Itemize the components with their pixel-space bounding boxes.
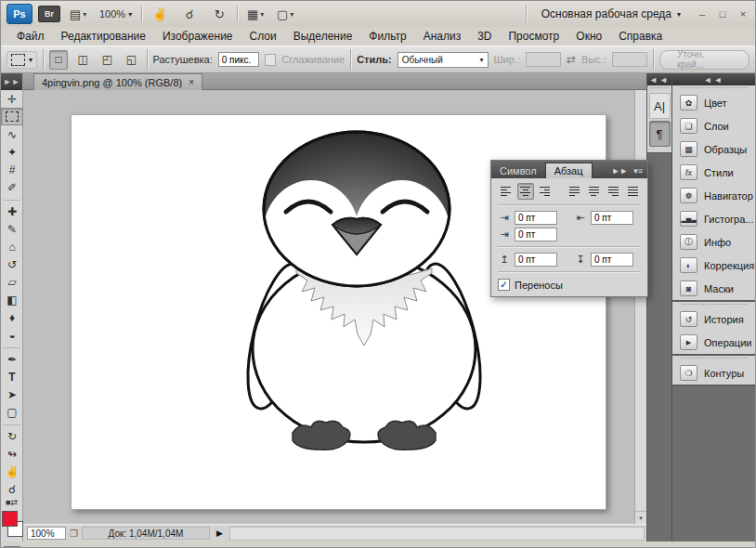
close-tab-icon[interactable]: × (189, 77, 194, 87)
foreground-color-swatch[interactable] (2, 511, 18, 527)
brush-tool[interactable]: ✎ (1, 220, 23, 238)
swap-colors-icon[interactable]: ■⇄ (1, 498, 22, 509)
crop-tool[interactable]: # (1, 161, 23, 178)
eraser-tool[interactable]: ▱ (1, 273, 23, 291)
rotate-view-button[interactable]: ↻ (207, 6, 231, 22)
tools-panel-collapse-header[interactable]: ►► (1, 73, 22, 90)
panel-button-adjustments[interactable]: ◐Коррекция (672, 254, 755, 277)
close-button[interactable]: × (736, 8, 749, 20)
quick-selection-tool[interactable]: ✦ (1, 143, 23, 161)
justify-last-left-button[interactable] (566, 183, 582, 200)
justify-last-center-button[interactable] (585, 183, 602, 200)
panel-button-history[interactable]: ↺История (672, 307, 755, 331)
3d-orbit-tool[interactable]: ↬ (1, 445, 23, 463)
selection-mode-add-button[interactable]: ◫ (73, 50, 92, 70)
panel-label: Гистогра... (704, 214, 753, 225)
style-dropdown[interactable]: Обычный ▾ (398, 52, 489, 68)
menu-view[interactable]: Просмотр (500, 28, 567, 45)
gradient-tool[interactable]: ◧ (1, 291, 23, 308)
selection-mode-new-button[interactable]: □ (49, 50, 68, 70)
selection-mode-intersect-button[interactable]: ◱ (122, 50, 140, 70)
tool-preset-picker[interactable]: ▾ (7, 51, 37, 69)
menu-edit[interactable]: Редактирование (53, 28, 154, 45)
justify-all-button[interactable] (624, 183, 641, 200)
indent-first-line-input[interactable] (515, 228, 557, 241)
panel-button-navigator[interactable]: ☸Навигатор (672, 184, 755, 207)
align-right-button[interactable] (537, 183, 554, 200)
path-selection-tool[interactable]: ➤ (1, 385, 23, 403)
blur-tool[interactable]: ♦ (1, 308, 23, 326)
panel-button-info[interactable]: ⓘИнфо (672, 230, 755, 254)
rectangular-marquee-tool[interactable] (1, 108, 23, 125)
menu-file[interactable]: Файл (8, 28, 53, 45)
panel-menu-icon[interactable]: ▾≡ (633, 166, 643, 176)
dock-collapse-header[interactable]: ◄◄ (672, 73, 755, 85)
bridge-button[interactable]: Br (38, 6, 60, 22)
workspace-switcher[interactable]: Основная рабочая среда ▾ (536, 6, 686, 22)
clone-stamp-tool[interactable]: ⌂ (1, 238, 23, 255)
feather-input[interactable] (218, 52, 259, 67)
menu-3d[interactable]: 3D (469, 28, 500, 45)
zoom-tool[interactable]: ☌ (1, 480, 23, 498)
indent-left-input[interactable] (515, 211, 557, 225)
menu-window[interactable]: Окно (567, 28, 610, 45)
canvas-area[interactable] (23, 90, 634, 524)
align-left-button[interactable] (498, 183, 515, 200)
type-tool[interactable]: T (1, 368, 23, 385)
menu-bar: Файл Редактирование Изображение Слои Выд… (1, 27, 755, 46)
indent-right-input[interactable] (591, 211, 633, 225)
document-size-info[interactable]: Док: 1,04М/1,04М (82, 527, 210, 540)
minimize-button[interactable]: – (696, 8, 709, 20)
paragraph-panel-button[interactable]: ¶ (649, 121, 671, 147)
space-after-input[interactable] (591, 253, 633, 267)
justify-last-right-button[interactable] (605, 183, 621, 200)
screen-mode-button[interactable]: ▢ ▾ (273, 6, 297, 22)
hand-tool-button[interactable]: ✌ (148, 6, 172, 22)
panel-button-styles[interactable]: fxСтили (672, 161, 755, 184)
lasso-tool[interactable]: ∿ (1, 125, 23, 143)
pen-tool[interactable]: ✒ (1, 350, 23, 368)
horizontal-scrollbar[interactable] (229, 527, 645, 541)
tab-character[interactable]: Символ (491, 163, 545, 178)
view-extras-button[interactable]: ▤ ▾ (66, 6, 90, 22)
menu-image[interactable]: Изображение (154, 28, 241, 45)
document-tab[interactable]: 4pingvin.png @ 100% (RGB/8) × (33, 73, 202, 90)
menu-help[interactable]: Справка (610, 28, 671, 45)
zoom-tool-button[interactable]: ☌ (177, 6, 202, 22)
healing-brush-tool[interactable]: ✚ (1, 202, 23, 220)
panel-button-histogram[interactable]: ▂▅▃Гистогра... (672, 207, 755, 230)
character-panel-button[interactable]: A| (649, 93, 671, 119)
panel-button-paths[interactable]: ❍Контуры (672, 361, 755, 385)
3d-rotate-tool[interactable]: ↻ (1, 427, 23, 445)
arrange-documents-button[interactable]: ▦ ▾ (243, 6, 267, 22)
panel-button-swatches[interactable]: ▦Образцы (672, 137, 755, 161)
strip-collapse-header[interactable]: ◄◄ (647, 73, 671, 85)
menu-filter[interactable]: Фильтр (360, 28, 414, 45)
panel-button-layers[interactable]: ❏Слои (672, 114, 755, 137)
selection-mode-subtract-button[interactable]: ◰ (98, 50, 116, 70)
panel-button-actions[interactable]: ▶Операции (672, 331, 755, 354)
move-tool[interactable]: ✛ (1, 90, 23, 108)
scroll-down-icon[interactable]: ▾ (635, 511, 646, 524)
menu-select[interactable]: Выделение (285, 28, 361, 45)
vertical-scrollbar[interactable]: ▾ (634, 90, 646, 524)
application-bar: Ps Br ▤ ▾ 100% ▾ ✌ ☌ ↻ ▦ ▾ ▢ ▾ Основная … (1, 1, 755, 27)
maximize-button[interactable]: □ (716, 8, 729, 20)
panel-button-color[interactable]: ✿Цвет (672, 91, 755, 114)
hyphenate-checkbox[interactable]: ✓ (498, 279, 510, 291)
status-menu-arrow[interactable]: ▶ (214, 528, 226, 538)
space-before-input[interactable] (515, 253, 557, 267)
menu-layers[interactable]: Слои (241, 28, 285, 45)
tab-paragraph[interactable]: Абзац (545, 163, 593, 178)
panel-button-masks[interactable]: ◙Маски (672, 277, 755, 300)
hand-tool[interactable]: ✌ (1, 463, 23, 480)
shape-tool[interactable]: ▢ (1, 403, 23, 421)
panel-collapse-icon[interactable]: ►► (611, 166, 628, 176)
status-zoom-input[interactable]: 100% (27, 527, 66, 540)
history-brush-tool[interactable]: ↺ (1, 255, 23, 273)
align-center-button[interactable] (517, 183, 534, 200)
menu-analysis[interactable]: Анализ (415, 28, 470, 45)
dodge-tool[interactable]: ◒ (1, 326, 23, 344)
zoom-level-control[interactable]: 100% ▾ (96, 8, 136, 20)
eyedropper-tool[interactable]: ✐ (1, 178, 23, 196)
